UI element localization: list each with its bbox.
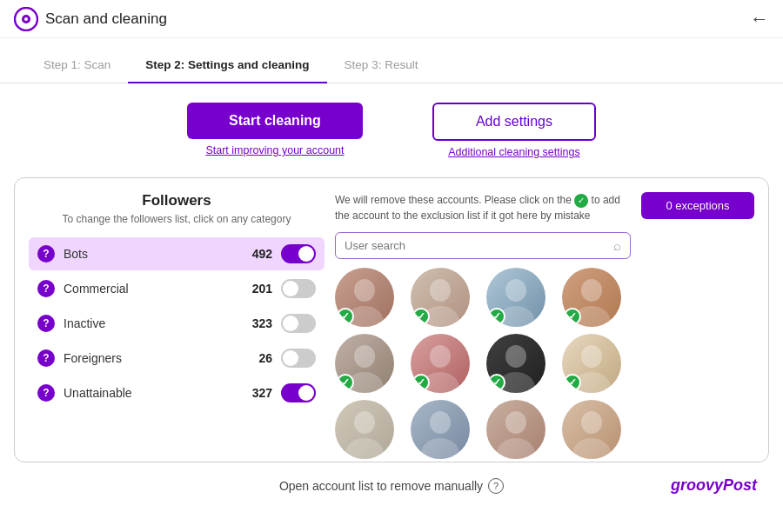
footer-link[interactable]: Open account list to remove manually ? [279,478,504,494]
avatar-svg [486,400,545,459]
avatars-grid: ✓ ✓ ✓ ✓ ✓ ✓ ✓ ✓ [335,268,631,459]
svg-point-21 [430,411,451,434]
add-settings-button[interactable]: Add settings [432,103,596,141]
category-item-bots[interactable]: ? Bots 492 [29,237,325,270]
middle-panel: We will remove these accounts. Please cl… [335,192,631,448]
svg-point-13 [430,345,451,368]
category-help-icon: ? [37,349,55,367]
avatar-check-icon[interactable]: ✓ [337,308,354,325]
avatar-item-11[interactable] [486,400,555,459]
category-label: Inactive [64,316,246,330]
avatar-svg [335,400,394,459]
avatar-item-8[interactable]: ✓ [562,334,631,393]
app-icon [14,7,38,31]
svg-point-25 [581,411,602,434]
header-left: Scan and cleaning [14,7,167,31]
avatar-item-6[interactable]: ✓ [411,334,479,393]
svg-point-9 [581,279,602,302]
avatar-svg [411,400,470,459]
category-toggle[interactable] [281,349,316,368]
svg-point-3 [354,279,375,302]
brand-logo: groovyPost [671,476,757,495]
main-card: Followers To change the followers list, … [14,177,769,462]
add-settings-subtitle[interactable]: Additional cleaning settings [448,146,580,158]
category-toggle[interactable] [281,279,316,298]
category-label: Bots [64,247,246,261]
avatar-check-icon[interactable]: ✓ [488,374,505,391]
category-count: 492 [246,247,272,261]
category-count: 327 [246,386,272,400]
svg-point-2 [24,17,28,21]
check-icon-inline: ✓ [574,194,588,208]
avatar-svg [562,400,621,459]
avatar-item-4[interactable]: ✓ [562,268,631,327]
avatar-circle [411,400,470,459]
avatar-circle: ✓ [486,268,545,327]
avatar-item-2[interactable]: ✓ [411,268,479,327]
category-help-icon: ? [37,280,55,297]
start-cleaning-group: Start cleaning Start improving your acco… [187,103,363,156]
avatar-item-3[interactable]: ✓ [486,268,555,327]
followers-subtitle: To change the followers list, click on a… [29,213,325,225]
search-box[interactable]: ⌕ [335,232,631,259]
category-count: 26 [246,351,272,365]
footer-link-label: Open account list to remove manually [279,479,483,493]
category-help-icon: ? [37,384,55,402]
svg-point-22 [421,438,459,459]
search-input[interactable] [345,239,613,252]
followers-title: Followers [29,192,325,209]
header: Scan and cleaning ← [0,0,783,38]
avatar-check-icon[interactable]: ✓ [564,308,581,325]
avatar-circle: ✓ [411,334,470,393]
followers-panel: Followers To change the followers list, … [29,192,325,448]
avatar-circle: ✓ [486,334,545,393]
exceptions-header: 0 exceptions [641,192,754,219]
avatar-circle: ✓ [335,334,394,393]
svg-point-20 [345,438,384,459]
steps-bar: Step 1: Scan Step 2: Settings and cleani… [0,38,783,83]
avatar-item-12[interactable] [562,400,631,459]
avatar-circle [562,400,621,459]
start-cleaning-subtitle[interactable]: Start improving your account [205,144,344,156]
category-label: Foreigners [64,351,246,365]
avatar-check-icon[interactable]: ✓ [488,308,505,325]
exceptions-panel: 0 exceptions [641,192,754,448]
category-toggle[interactable] [281,383,316,402]
category-item-foreigners[interactable]: ? Foreigners 26 [29,342,325,375]
avatar-check-icon[interactable]: ✓ [337,374,354,391]
avatar-item-7[interactable]: ✓ [486,334,555,393]
category-label: Unattainable [64,386,246,400]
back-button[interactable]: ← [750,8,769,30]
category-toggle[interactable] [281,244,316,263]
avatar-circle: ✓ [562,268,621,327]
svg-point-24 [497,438,535,459]
svg-point-19 [354,411,375,434]
svg-point-11 [354,345,375,368]
avatar-item-1[interactable]: ✓ [335,268,404,327]
avatar-circle [335,400,394,459]
avatar-circle: ✓ [562,334,621,393]
start-cleaning-button[interactable]: Start cleaning [187,103,363,139]
middle-description: We will remove these accounts. Please cl… [335,192,631,223]
avatar-item-9[interactable] [335,400,404,459]
avatar-check-icon[interactable]: ✓ [412,374,430,391]
category-toggle[interactable] [281,314,316,333]
category-item-inactive[interactable]: ? Inactive 323 [29,307,325,340]
header-title: Scan and cleaning [45,10,167,28]
avatar-item-5[interactable]: ✓ [335,334,404,393]
footer: Open account list to remove manually ? g… [0,466,783,505]
avatar-check-icon[interactable]: ✓ [412,308,430,325]
search-icon: ⌕ [613,238,621,253]
avatar-item-10[interactable] [411,400,479,459]
step-2[interactable]: Step 2: Settings and cleaning [128,48,326,83]
svg-point-23 [505,411,526,434]
category-help-icon: ? [37,245,55,263]
avatar-check-icon[interactable]: ✓ [564,374,581,391]
category-item-unattainable[interactable]: ? Unattainable 327 [29,376,325,409]
category-item-commercial[interactable]: ? Commercial 201 [29,272,325,305]
svg-point-15 [505,345,526,368]
step-1[interactable]: Step 1: Scan [26,48,128,83]
category-label: Commercial [64,282,246,296]
avatar-circle: ✓ [411,268,470,327]
step-3[interactable]: Step 3: Result [327,48,436,83]
